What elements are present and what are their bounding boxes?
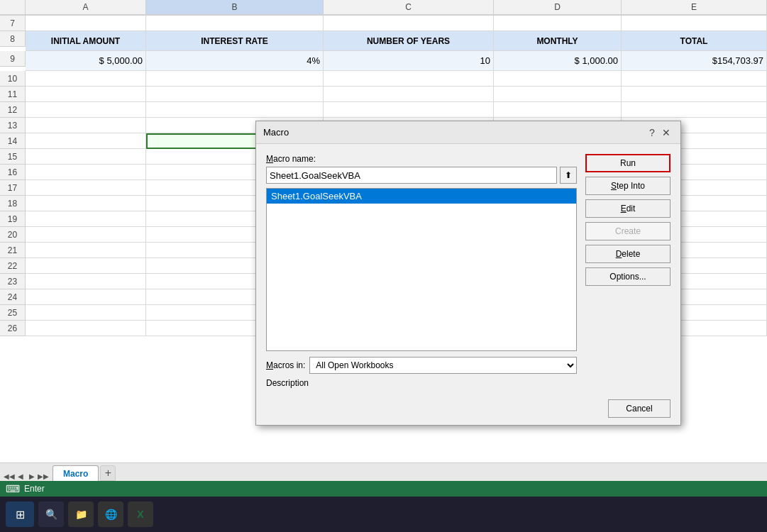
edit-button[interactable]: Edit (585, 199, 671, 218)
modal-right-panel: Run Step Into Edit Create Delete Options… (585, 154, 671, 388)
modal-titlebar: Macro ? ✕ (256, 121, 680, 144)
modal-footer: Cancel (256, 395, 680, 425)
description-label: Description (266, 378, 577, 388)
modal-left-panel: Macro name: ⬆ Sheet1.GoalSeekVBA (266, 154, 577, 388)
modal-title: Macro (263, 127, 645, 138)
modal-help-btn[interactable]: ? (645, 126, 659, 140)
macros-in-wrapper: All Open Workbooks This Workbook (309, 357, 577, 374)
modal-body: Macro name: ⬆ Sheet1.GoalSeekVBA (256, 144, 680, 395)
options-button[interactable]: Options... (585, 267, 671, 286)
modal-overlay: Macro ? ✕ Macro name: ⬆ S (0, 0, 767, 532)
step-into-button[interactable]: Step Into (585, 177, 671, 195)
macro-name-input[interactable] (266, 167, 557, 184)
macro-list-item-0[interactable]: Sheet1.GoalSeekVBA (267, 189, 576, 204)
macros-in-row: Macros in: All Open Workbooks This Workb… (266, 357, 577, 374)
modal-close-btn[interactable]: ✕ (659, 126, 673, 140)
macro-dialog: Macro ? ✕ Macro name: ⬆ S (255, 121, 681, 426)
macros-in-label: Macros in: (266, 360, 305, 370)
macros-in-select[interactable]: All Open Workbooks This Workbook (309, 357, 577, 374)
macro-list[interactable]: Sheet1.GoalSeekVBA (266, 188, 577, 351)
macro-name-row: ⬆ (266, 167, 577, 184)
create-button[interactable]: Create (585, 222, 671, 240)
macro-name-label: Macro name: (266, 154, 577, 164)
macro-name-expand-btn[interactable]: ⬆ (560, 167, 577, 184)
cancel-button[interactable]: Cancel (608, 399, 671, 418)
run-button[interactable]: Run (585, 154, 671, 172)
delete-button[interactable]: Delete (585, 245, 671, 263)
